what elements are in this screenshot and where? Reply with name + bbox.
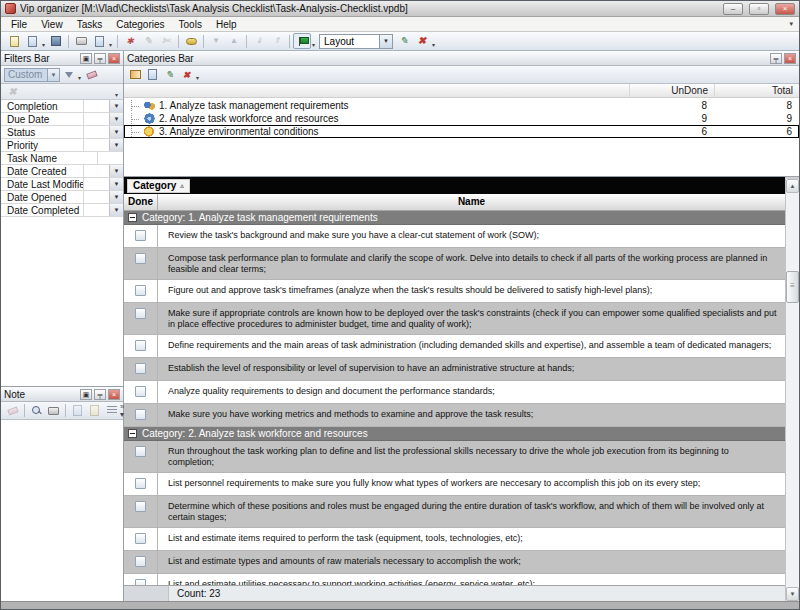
filter-preset-combobox[interactable]: Custom ▼ <box>4 68 60 82</box>
checklist-item-row[interactable]: Compose task performance plan to formula… <box>124 248 785 280</box>
print-overflow-icon[interactable]: ▾ <box>108 35 114 48</box>
filter-dropdown-icon[interactable]: ▼ <box>109 204 123 216</box>
done-checkbox[interactable] <box>135 285 146 296</box>
filter-value-cell[interactable] <box>97 152 123 164</box>
menu-view[interactable]: View <box>34 19 70 30</box>
filter-value-cell[interactable] <box>83 139 109 151</box>
checklist-item-row[interactable]: Make sure you have working metrics and m… <box>124 404 785 427</box>
apply-filter-button[interactable] <box>60 67 77 82</box>
filter-dropdown-icon[interactable]: ▼ <box>109 100 123 112</box>
done-checkbox[interactable] <box>135 478 146 489</box>
note-print-button[interactable] <box>45 403 62 418</box>
open-database-button[interactable] <box>23 33 41 49</box>
done-checkbox[interactable] <box>135 501 146 512</box>
checklist-item-row[interactable]: Figure out and approve task's timeframes… <box>124 280 785 303</box>
filter-dropdown-icon[interactable]: ▼ <box>109 191 123 203</box>
edit-task-button[interactable]: ✎ <box>139 33 157 49</box>
note-pin-icon[interactable]: ╤ <box>94 389 106 400</box>
toolbar-overflow-icon[interactable]: ▾ <box>431 35 437 48</box>
new-category-button[interactable] <box>127 67 144 82</box>
note-close-icon[interactable]: × <box>108 389 120 400</box>
done-checkbox[interactable] <box>135 409 146 420</box>
save-button[interactable] <box>47 33 65 49</box>
done-checkbox[interactable] <box>135 230 146 241</box>
filters-overflow-icon[interactable]: ▾ <box>114 85 120 98</box>
edit-layout-button[interactable]: ✎ <box>395 33 413 49</box>
filter-value-cell[interactable] <box>83 113 109 125</box>
note-insert-button[interactable] <box>69 403 86 418</box>
filter-value-cell[interactable] <box>83 126 109 138</box>
checklist-item-row[interactable]: List personnel requirements to make sure… <box>124 473 785 496</box>
filter-value-cell[interactable] <box>83 204 109 216</box>
menu-overflow-icon[interactable]: ▾ <box>789 20 799 28</box>
filter-value-cell[interactable] <box>83 178 109 190</box>
menu-file[interactable]: File <box>4 19 34 30</box>
checklist-item-row[interactable]: Analyze quality requirements to design a… <box>124 381 785 404</box>
group-by-category-button[interactable]: Category ▵ <box>127 179 190 193</box>
scroll-up-icon[interactable]: ▲ <box>786 179 799 193</box>
layout-overflow-icon[interactable]: ▾ <box>311 35 317 48</box>
filter-dropdown-icon[interactable]: ▼ <box>109 165 123 177</box>
filter-value-cell[interactable] <box>83 165 109 177</box>
done-checkbox[interactable] <box>135 386 146 397</box>
done-checkbox[interactable] <box>135 556 146 567</box>
checklist-item-row[interactable]: Review the task's background and make su… <box>124 225 785 248</box>
filter-dropdown-icon[interactable]: ▼ <box>109 139 123 151</box>
minimize-button[interactable]: – <box>723 3 743 15</box>
filters-pin-icon[interactable]: ╤ <box>94 53 106 64</box>
done-column-header[interactable]: Done <box>124 194 158 210</box>
move-top-button[interactable]: ⇑ <box>268 33 286 49</box>
move-up-button[interactable]: ▲ <box>225 33 243 49</box>
vertical-scrollbar[interactable]: ▲ ▼ <box>785 179 799 601</box>
categories-close-icon[interactable]: × <box>784 53 796 64</box>
filter-dropdown-icon[interactable]: ▼ <box>109 126 123 138</box>
done-checkbox[interactable] <box>135 308 146 319</box>
clear-filter-button[interactable] <box>83 67 100 82</box>
show-done-button[interactable] <box>182 33 200 49</box>
category-row[interactable]: 1. Analyze task management requirements8… <box>124 99 799 112</box>
done-checkbox[interactable] <box>135 340 146 351</box>
delete-layout-button[interactable]: ✖ <box>413 33 431 49</box>
done-checkbox[interactable] <box>135 253 146 264</box>
checklist-item-row[interactable]: List and estimate utilities necessary to… <box>124 574 785 585</box>
menu-tasks[interactable]: Tasks <box>70 19 110 30</box>
done-checkbox[interactable] <box>135 533 146 544</box>
checklist-item-row[interactable]: Determine which of these positions and r… <box>124 496 785 528</box>
checklist-item-row[interactable]: List and estimate types and amounts of r… <box>124 551 785 574</box>
checklist-item-row[interactable]: Define requirements and the main areas o… <box>124 335 785 358</box>
total-column-header[interactable]: Total <box>714 84 799 97</box>
print-button[interactable] <box>72 33 90 49</box>
filter-dropdown-icon[interactable]: ▼ <box>109 113 123 125</box>
combobox-arrow-icon[interactable]: ▼ <box>379 35 392 48</box>
checklist-item-row[interactable]: List and estimate items required to perf… <box>124 528 785 551</box>
note-restore-icon[interactable]: ▣ <box>80 389 92 400</box>
move-bottom-button[interactable]: ⇓ <box>250 33 268 49</box>
menu-tools[interactable]: Tools <box>172 19 209 30</box>
edit-category-button[interactable]: ✎ <box>161 67 178 82</box>
done-checkbox[interactable] <box>135 363 146 374</box>
category-row[interactable]: 3. Analyze environmental conditions66 <box>124 125 799 138</box>
layout-flag-button[interactable] <box>293 33 311 49</box>
new-database-button[interactable] <box>5 33 23 49</box>
done-checkbox[interactable] <box>135 446 146 457</box>
delete-task-button[interactable]: ✄ <box>157 33 175 49</box>
categories-pin-icon[interactable]: ╤ <box>770 53 782 64</box>
filter-dropdown-icon[interactable]: ▼ <box>109 178 123 190</box>
scrollbar-thumb[interactable] <box>786 271 799 303</box>
checklist-item-row[interactable]: Run throughout the task working plan to … <box>124 441 785 473</box>
delete-category-button[interactable]: ✖ <box>178 67 195 82</box>
menu-help[interactable]: Help <box>209 19 244 30</box>
note-preview-button[interactable] <box>28 403 45 418</box>
move-down-button[interactable]: ▼ <box>207 33 225 49</box>
filter-preset-arrow-icon[interactable]: ▼ <box>47 69 59 81</box>
category-group-header[interactable]: Category: 2. Analyze task workforce and … <box>124 427 785 441</box>
close-button[interactable]: × <box>775 3 795 15</box>
undone-column-header[interactable]: UnDone <box>629 84 714 97</box>
checklist-item-row[interactable]: Establish the level of responsibility or… <box>124 358 785 381</box>
print-preview-button[interactable] <box>90 33 108 49</box>
filter-value-cell[interactable] <box>83 191 109 203</box>
filters-close-icon[interactable]: × <box>108 53 120 64</box>
category-group-header[interactable]: Category: 1. Analyze task management req… <box>124 211 785 225</box>
filter-value-cell[interactable] <box>83 100 109 112</box>
name-column-header[interactable]: Name <box>158 194 785 210</box>
